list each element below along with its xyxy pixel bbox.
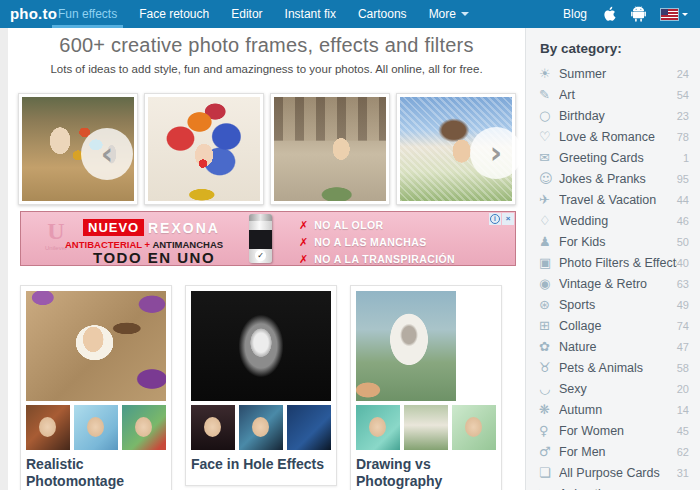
android-icon[interactable] — [631, 6, 646, 22]
ad-banner[interactable]: U Unilever NUEVO REXONA ANTIBACTERIAL + … — [20, 211, 516, 266]
card-title[interactable]: Face in Hole Effects — [191, 456, 331, 473]
category-item-art[interactable]: ✎Art54 — [526, 84, 700, 105]
category-item-birthday[interactable]: ○Birthday23 — [526, 105, 700, 126]
carousel-prev-button[interactable]: ‹ — [81, 128, 133, 180]
nav-item-face-retouch[interactable]: Face retouch — [133, 0, 215, 28]
language-selector[interactable] — [661, 9, 688, 20]
category-count: 63 — [677, 278, 689, 290]
apple-icon[interactable] — [602, 6, 616, 22]
nav-item-fun-effects[interactable]: Fun effects — [52, 0, 123, 28]
category-item-for-kids[interactable]: ♟For Kids50 — [526, 231, 700, 252]
thumbnail-row — [356, 405, 496, 450]
vintage-street-effect-photo[interactable] — [270, 93, 390, 205]
category-item-for-men[interactable]: ♂For Men62 — [526, 441, 700, 462]
category-count: 24 — [677, 68, 689, 80]
lips-icon: ◡ — [539, 382, 559, 395]
thumbnail-image[interactable] — [452, 405, 496, 450]
category-item-summer[interactable]: ☀Summer24 — [526, 63, 700, 84]
category-count: 40 — [677, 257, 689, 269]
category-label: Nature — [559, 340, 677, 354]
category-item-all-purpose-cards[interactable]: ❏All Purpose Cards31 — [526, 462, 700, 483]
effect-card-realistic-photomontage[interactable]: Realistic Photomontage — [20, 285, 172, 490]
cross-icon: ✗ — [299, 253, 308, 266]
card-title[interactable]: Realistic Photomontage — [26, 456, 166, 490]
category-item-nature[interactable]: ✿Nature47 — [526, 336, 700, 357]
category-item-photo-filters-effects[interactable]: ▣Photo Filters & Effects40 — [526, 252, 700, 273]
category-label: Animations — [559, 487, 677, 490]
category-count: 62 — [677, 446, 689, 458]
nav-item-cartoons[interactable]: Cartoons — [352, 0, 413, 28]
ad-bullet-text: NO A LAS MANCHAS — [314, 236, 426, 248]
category-item-sports[interactable]: ⊛Sports49 — [526, 294, 700, 315]
category-item-jokes-pranks[interactable]: ☺Jokes & Pranks95 — [526, 168, 700, 189]
film-reel-icon: ◉ — [539, 277, 559, 290]
cross-icon: ✗ — [299, 236, 308, 249]
category-label: Birthday — [559, 109, 677, 123]
balloon-icon: ○ — [539, 109, 559, 122]
pho-to-logo[interactable]: pho.to — [10, 0, 57, 28]
ad-bullet: ✗NO AL OLOR — [299, 217, 455, 233]
cat-icon: ♉ — [539, 361, 559, 374]
category-label: Pets & Animals — [559, 361, 677, 375]
nav-item-more[interactable]: More — [423, 0, 475, 28]
nav-item-editor[interactable]: Editor — [225, 0, 268, 28]
category-item-greeting-cards[interactable]: ✉Greeting Cards1 — [526, 147, 700, 168]
ad-bullet-text: NO AL OLOR — [314, 219, 383, 231]
category-count: 1 — [683, 152, 689, 164]
nav-item-label: Instant fix — [285, 7, 336, 21]
photo-effects-page: pho.to Fun effectsFace retouchEditorInst… — [0, 0, 700, 490]
sidebar-title: By category: — [540, 41, 700, 56]
paintbrush-icon: ✎ — [539, 88, 559, 101]
thumbnail-image[interactable] — [26, 405, 70, 450]
category-item-love-romance[interactable]: ♡Love & Romance78 — [526, 126, 700, 147]
category-item-wedding[interactable]: ♢Wedding46 — [526, 210, 700, 231]
category-item-autumn[interactable]: ❋Autumn14 — [526, 399, 700, 420]
chevron-left-icon: ‹ — [101, 139, 113, 169]
card-title[interactable]: Drawing vs Photography — [356, 456, 496, 490]
ad-close-icon[interactable]: × — [502, 213, 514, 225]
thumbnail-row — [191, 405, 331, 450]
category-item-collage[interactable]: ⊞Collage74 — [526, 315, 700, 336]
blog-link[interactable]: Blog — [563, 7, 587, 21]
effect-card-face-in-hole-effects[interactable]: Face in Hole Effects — [185, 285, 337, 486]
adchoices-controls: i × — [489, 213, 514, 225]
thumbnail-image[interactable] — [74, 405, 118, 450]
sun-icon: ☀ — [539, 67, 559, 80]
ad-bullet: ✗NO A LAS MANCHAS — [299, 234, 455, 250]
top-nav: pho.to Fun effectsFace retouchEditorInst… — [0, 0, 700, 28]
category-item-pets-animals[interactable]: ♉Pets & Animals58 — [526, 357, 700, 378]
clown-effect-photo[interactable] — [144, 93, 264, 205]
category-item-travel-vacation[interactable]: ✈Travel & Vacation44 — [526, 189, 700, 210]
category-label: Travel & Vacation — [559, 193, 677, 207]
nav-item-label: Editor — [231, 7, 262, 21]
category-item-sexy[interactable]: ◡Sexy20 — [526, 378, 700, 399]
nav-item-instant-fix[interactable]: Instant fix — [279, 0, 342, 28]
thumbnail-image[interactable] — [122, 405, 166, 450]
nav-item-label: Face retouch — [139, 7, 209, 21]
check-icon: ✓ — [255, 250, 266, 261]
category-item-for-women[interactable]: ♀For Women45 — [526, 420, 700, 441]
us-flag-icon — [661, 9, 678, 20]
thumbnail-image[interactable] — [356, 405, 400, 450]
category-label: Photo Filters & Effects — [559, 256, 677, 270]
thumbnail-image[interactable] — [287, 405, 331, 450]
adchoices-info-icon[interactable]: i — [489, 213, 501, 225]
carousel-next-button[interactable]: › — [470, 127, 522, 179]
chevron-down-icon — [682, 13, 688, 16]
category-label: Autumn — [559, 403, 677, 417]
thumbnail-image[interactable] — [191, 405, 235, 450]
category-label: Collage — [559, 319, 677, 333]
category-count: 74 — [677, 320, 689, 332]
category-label: Love & Romance — [559, 130, 677, 144]
chevron-down-icon — [461, 12, 469, 16]
category-item-animations[interactable]: ▷Animations27 — [526, 483, 700, 490]
category-label: Art — [559, 88, 677, 102]
thumbnail-image[interactable] — [404, 405, 448, 450]
thumbnail-image[interactable] — [239, 405, 283, 450]
category-label: All Purpose Cards — [559, 466, 677, 480]
category-label: Greeting Cards — [559, 151, 683, 165]
category-count: 23 — [677, 110, 689, 122]
smiley-icon: ☺ — [539, 172, 559, 185]
effect-card-drawing-vs-photography[interactable]: Drawing vs Photography — [350, 285, 502, 490]
category-item-vintage-retro[interactable]: ◉Vintage & Retro63 — [526, 273, 700, 294]
